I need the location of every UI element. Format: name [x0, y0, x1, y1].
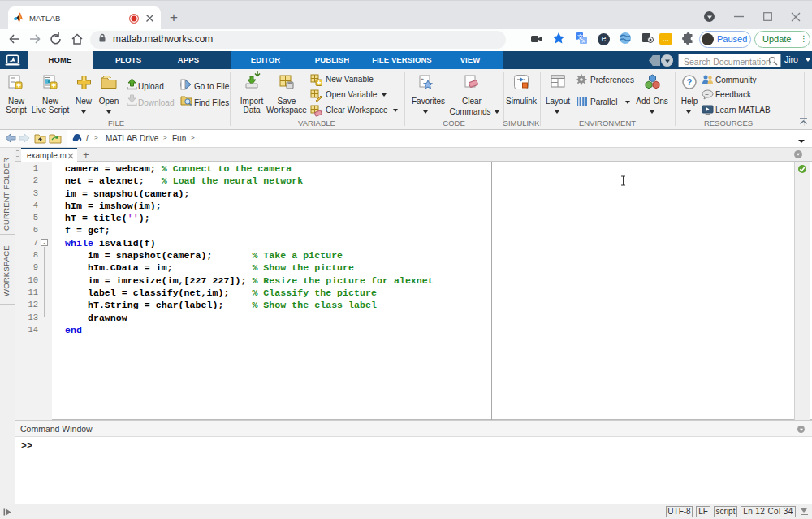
svg-text:A: A — [582, 39, 585, 44]
svg-text:?: ? — [687, 77, 693, 87]
